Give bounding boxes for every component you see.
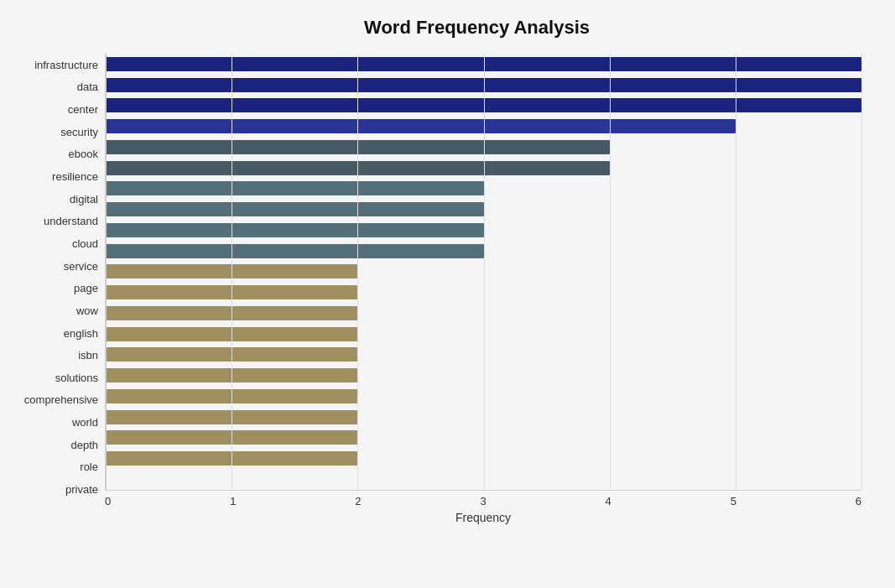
y-label: english bbox=[8, 328, 105, 339]
y-label: digital bbox=[8, 194, 105, 205]
bar bbox=[106, 223, 484, 237]
bars-and-xaxis: 0123456 Frequency bbox=[105, 54, 861, 524]
grid-line bbox=[861, 54, 862, 490]
grid-line bbox=[357, 54, 358, 490]
y-label: ebook bbox=[8, 148, 105, 159]
x-tick: 4 bbox=[606, 495, 611, 507]
bar bbox=[106, 244, 484, 258]
y-label: comprehensive bbox=[8, 394, 105, 405]
y-label: role bbox=[8, 461, 105, 472]
y-label: world bbox=[8, 417, 105, 428]
x-tick: 6 bbox=[856, 495, 861, 507]
y-label: service bbox=[8, 261, 105, 272]
x-tick: 1 bbox=[230, 495, 236, 507]
x-tick: 0 bbox=[105, 495, 111, 507]
chart-area: infrastructuredatacentersecurityebookres… bbox=[8, 54, 861, 524]
y-label: private bbox=[8, 484, 105, 495]
x-tick: 3 bbox=[480, 495, 486, 507]
y-label: solutions bbox=[8, 372, 105, 383]
y-label: security bbox=[8, 127, 105, 138]
y-label: understand bbox=[8, 216, 105, 226]
grid-line bbox=[736, 54, 736, 490]
y-label: resilience bbox=[8, 171, 105, 182]
x-tick: 5 bbox=[731, 495, 736, 507]
chart-container: Word Frequency Analysis infrastructureda… bbox=[0, 0, 895, 588]
bars-wrapper bbox=[105, 54, 861, 491]
y-label: depth bbox=[8, 440, 105, 450]
x-axis: 0123456 bbox=[105, 491, 861, 507]
y-label: cloud bbox=[8, 238, 105, 249]
grid-line bbox=[484, 54, 485, 490]
grid-line bbox=[106, 54, 107, 490]
x-axis-label: Frequency bbox=[105, 511, 861, 524]
x-tick: 2 bbox=[355, 495, 361, 507]
y-label: isbn bbox=[8, 350, 105, 361]
grid-line bbox=[232, 54, 232, 490]
y-label: data bbox=[8, 81, 105, 92]
y-axis: infrastructuredatacentersecurityebookres… bbox=[8, 54, 105, 524]
bar bbox=[106, 119, 736, 133]
y-label: infrastructure bbox=[8, 60, 105, 70]
grid-line bbox=[610, 54, 611, 490]
y-label: wow bbox=[8, 305, 105, 316]
bar bbox=[106, 202, 484, 216]
y-label: page bbox=[8, 283, 105, 294]
chart-title: Word Frequency Analysis bbox=[8, 17, 861, 39]
bar bbox=[106, 181, 484, 195]
y-label: center bbox=[8, 104, 105, 115]
